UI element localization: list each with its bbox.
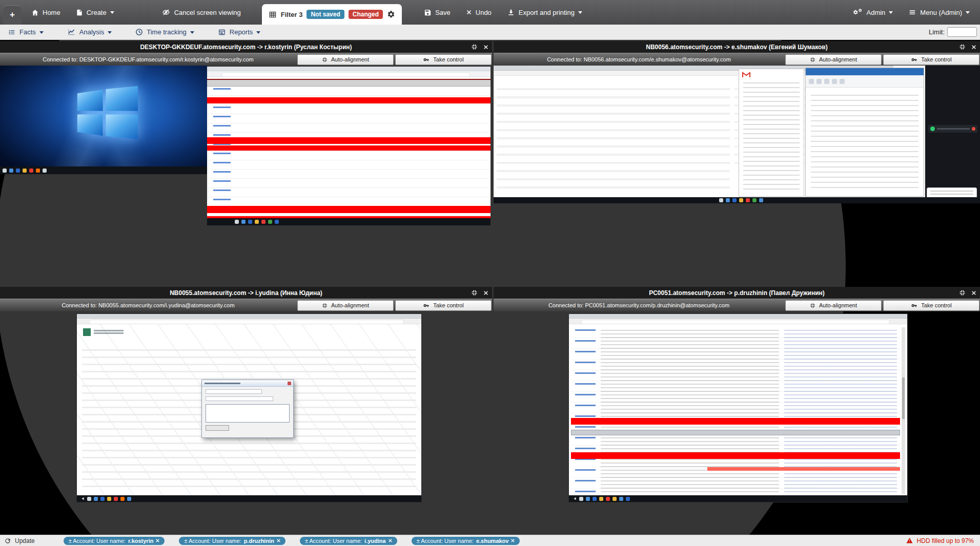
analysis-label: Analysis <box>79 28 104 36</box>
modal-dialog <box>201 380 294 438</box>
filter-tab-label: Filter 3 <box>281 11 303 18</box>
remote-browser-window <box>77 314 421 502</box>
remote-taskbar <box>77 495 421 502</box>
close-panel-icon[interactable] <box>971 45 976 50</box>
auto-alignment-button[interactable]: Auto-alignment <box>297 54 394 65</box>
create-button[interactable]: Create <box>68 0 122 25</box>
auto-alignment-button[interactable]: Auto-alignment <box>785 300 882 311</box>
take-control-button[interactable]: Take control <box>395 54 492 65</box>
export-printing-button[interactable]: Export and printing <box>499 0 590 25</box>
save-button[interactable]: Save <box>416 0 458 25</box>
alert-row-red <box>207 137 491 144</box>
screen-viewing-workspace: DESKTOP-GKKDEUF.atomsecurity.com -> r.ko… <box>0 40 980 535</box>
warning-triangle-icon <box>906 537 913 544</box>
alert-text-red <box>707 467 900 471</box>
maximize-panel-icon[interactable] <box>959 44 966 50</box>
align-arrows-icon <box>322 303 328 308</box>
align-arrows-icon <box>810 57 815 62</box>
modal-textarea <box>206 404 290 423</box>
key-icon <box>911 303 917 308</box>
browser-tab-strip <box>569 314 907 319</box>
remove-chip-icon[interactable] <box>277 539 280 542</box>
browser-tab-strip <box>77 314 421 319</box>
home-label: Home <box>43 9 60 16</box>
home-button[interactable]: Home <box>24 0 68 25</box>
undo-button[interactable]: Undo <box>458 0 499 25</box>
panel-title-bar[interactable]: DESKTOP-GKKDEUF.atomsecurity.com -> r.ko… <box>0 41 492 53</box>
account-filter-chip[interactable]: ± Account: User name: p.druzhinin <box>179 537 285 545</box>
analysis-menu[interactable]: Analysis <box>59 28 119 36</box>
maximize-panel-icon[interactable] <box>471 44 478 50</box>
cancel-screen-viewing-button[interactable]: Cancel screen viewing <box>154 0 249 25</box>
chevron-down-icon <box>108 31 112 36</box>
call-active-icon <box>930 127 935 131</box>
browser-address-bar <box>207 71 491 77</box>
modal-field <box>206 389 262 394</box>
gear-icon[interactable] <box>387 10 395 18</box>
panel-connection-bar: Connected to: DESKTOP-GKKDEUF.atomsecuri… <box>0 53 492 66</box>
chevron-down-icon <box>39 31 44 36</box>
table-link-column <box>575 329 596 493</box>
remote-screen-view[interactable] <box>494 66 980 259</box>
screen-panel-e-shumakov: NB0056.atomsecurity.com -> e.shumakov (Е… <box>494 41 980 259</box>
modal-field <box>206 396 273 401</box>
close-panel-icon[interactable] <box>971 290 976 296</box>
chevron-down-icon <box>110 11 114 16</box>
clock-icon <box>135 28 143 36</box>
account-filter-chip[interactable]: ± Account: User name: e.shumakov <box>412 537 520 545</box>
remote-screen-view[interactable] <box>494 311 980 518</box>
panel-title-bar[interactable]: NB0056.atomsecurity.com -> e.shumakov (Е… <box>494 41 980 53</box>
panel-title-bar[interactable]: PC0051.atomsecurity.com -> p.druzhinin (… <box>494 287 980 299</box>
hdd-warning-label: HDD filled up to 97% <box>917 537 974 544</box>
back-icon <box>573 497 577 500</box>
screen-panel-r-kostyrin: DESKTOP-GKKDEUF.atomsecurity.com -> r.ko… <box>0 41 492 259</box>
new-tab-button[interactable]: + <box>3 5 22 25</box>
reports-menu[interactable]: Reports <box>210 28 269 36</box>
list-icon <box>8 29 16 36</box>
auto-alignment-button[interactable]: Auto-alignment <box>297 300 394 311</box>
close-panel-icon[interactable] <box>483 45 488 50</box>
account-filter-chip[interactable]: ± Account: User name: r.kostyrin <box>64 537 165 545</box>
main-menu-button[interactable]: Menu (Admin) <box>901 0 980 25</box>
update-button[interactable]: Update <box>4 537 35 544</box>
take-control-button[interactable]: Take control <box>395 300 492 311</box>
align-arrows-icon <box>322 57 328 62</box>
remove-chip-icon[interactable] <box>511 539 515 542</box>
gmail-window <box>739 69 804 197</box>
maximize-panel-icon[interactable] <box>471 289 478 296</box>
take-control-button[interactable]: Take control <box>883 300 979 311</box>
eye-off-icon <box>161 8 171 16</box>
auto-alignment-label: Auto-alignment <box>331 56 369 62</box>
remove-chip-icon[interactable] <box>389 539 392 542</box>
account-filter-chip[interactable]: ± Account: User name: i.yudina <box>300 537 397 545</box>
table-grid-icon <box>269 11 277 18</box>
cancel-screen-viewing-label: Cancel screen viewing <box>174 9 241 16</box>
scrollbar[interactable] <box>902 327 905 494</box>
chip-username: r.kostyrin <box>128 538 154 544</box>
key-icon <box>911 57 917 62</box>
connected-to-label: Connected to: NB0055.atomsecurity.com/i.… <box>1 302 296 308</box>
take-control-button[interactable]: Take control <box>883 54 979 65</box>
connected-to-label: Connected to: NB0056.atomsecurity.com/e.… <box>494 56 784 62</box>
second-monitor-dark-area <box>925 66 980 203</box>
panel-title-bar[interactable]: NB0055.atomsecurity.com -> i.yudina (Инн… <box>0 287 492 299</box>
site-logo-text <box>94 330 124 334</box>
take-control-label: Take control <box>433 302 463 308</box>
admin-menu-button[interactable]: Admin <box>845 0 901 25</box>
remove-chip-icon[interactable] <box>156 539 159 542</box>
time-tracking-label: Time tracking <box>147 28 187 36</box>
remote-screen-view[interactable] <box>0 66 492 259</box>
facts-menu[interactable]: Facts <box>0 28 51 36</box>
limit-input[interactable] <box>947 27 977 37</box>
tab-filter-3[interactable]: Filter 3 Not saved Changed <box>262 4 402 25</box>
table-header-row <box>207 79 491 87</box>
changed-badge: Changed <box>349 10 383 19</box>
remote-screen-view[interactable] <box>0 311 492 518</box>
time-tracking-menu[interactable]: Time tracking <box>128 28 202 36</box>
floppy-disk-icon <box>424 9 432 16</box>
close-panel-icon[interactable] <box>483 290 488 296</box>
chevron-down-icon <box>256 31 260 36</box>
auto-alignment-button[interactable]: Auto-alignment <box>785 54 882 65</box>
maximize-panel-icon[interactable] <box>959 289 966 296</box>
hamburger-menu-icon <box>908 9 916 16</box>
